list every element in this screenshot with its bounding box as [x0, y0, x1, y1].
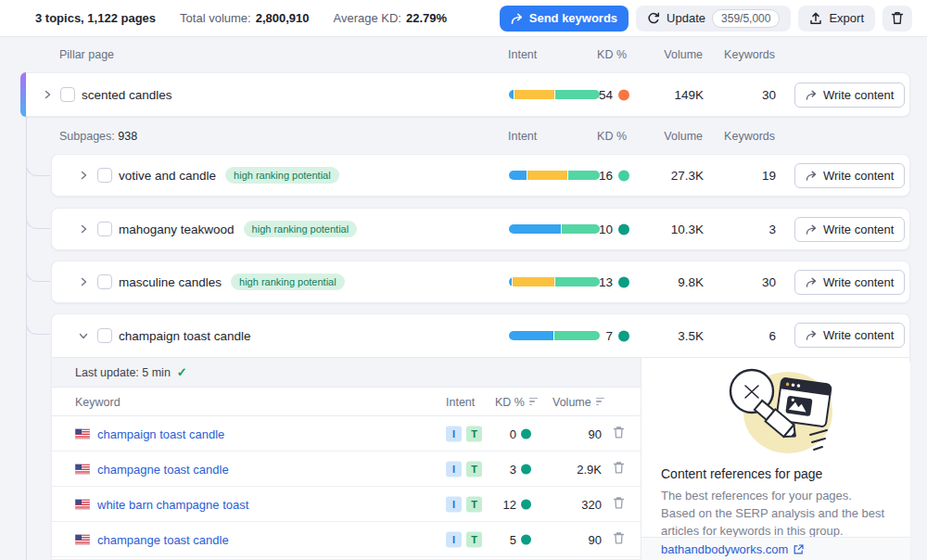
delete-keyword-button[interactable] [613, 496, 625, 512]
trash-icon [891, 11, 904, 25]
write-arrow-icon [806, 90, 817, 100]
subpage-name-wrap: masculine candleshigh ranking potential [119, 274, 345, 290]
subpage-row-expanded[interactable]: champaign toast candle 7 3.5K 6 Write co… [52, 314, 909, 358]
row-checkbox[interactable] [97, 328, 112, 343]
tree-branch [26, 207, 50, 229]
keyword-link[interactable]: white barn champagne toast [97, 497, 248, 511]
expand-chevron-icon[interactable] [79, 221, 88, 237]
kd-cell: 3 [455, 462, 531, 476]
keyword-link[interactable]: champagne toast candle [97, 462, 229, 476]
subpage-row[interactable]: votive and candlehigh ranking potential … [51, 154, 910, 197]
col-header-volume: Volume [640, 130, 703, 143]
col-header-kd: KD % [556, 130, 627, 143]
high-ranking-badge: high ranking potential [244, 221, 358, 237]
kd-value: 7 [605, 329, 613, 343]
tree-branch [26, 312, 50, 335]
references-description: The best references for your pages. Base… [661, 487, 884, 540]
kd-dot [618, 223, 629, 235]
trash-icon [613, 461, 625, 474]
row-checkbox[interactable] [97, 222, 112, 236]
high-ranking-badge: high ranking potential [225, 167, 339, 184]
delete-topics-button[interactable] [883, 6, 912, 32]
kd-value: 13 [599, 275, 613, 289]
volume-value: 90 [548, 532, 602, 546]
row-checkbox[interactable] [60, 87, 75, 102]
pillar-page-name: scented candles [82, 88, 172, 102]
subpage-name: champaign toast candle [119, 329, 251, 343]
pillar-row[interactable]: scented candles 54 149K 30 Write content [20, 72, 910, 117]
keyword-row: champaign toast candle IT 0 90 [52, 416, 641, 452]
delete-keyword-button[interactable] [613, 461, 625, 477]
keyword-link[interactable]: champange toast candle [97, 532, 229, 546]
kd-value: 5 [510, 532, 516, 546]
col-header-pillar-page: Pillar page [59, 48, 114, 61]
write-arrow-icon [806, 277, 817, 287]
row-checkbox[interactable] [97, 274, 112, 289]
collapse-chevron-icon[interactable] [79, 327, 88, 344]
expand-chevron-icon[interactable] [43, 86, 52, 103]
tree-branch [26, 154, 50, 176]
delete-keyword-button[interactable] [613, 426, 625, 441]
export-icon [809, 12, 822, 25]
subpage-name: masculine candles [119, 275, 222, 289]
tree-branch [26, 260, 50, 282]
kd-cell: 5 [455, 532, 531, 546]
export-button[interactable]: Export [798, 6, 875, 32]
external-link-icon [794, 544, 804, 554]
row-checkbox[interactable] [97, 168, 112, 183]
volume-sort-icon[interactable] [596, 398, 604, 408]
send-keywords-button[interactable]: Send keywords [500, 6, 629, 32]
summary-stats: 3 topics, 1,122 pages Total volume:2,800… [35, 11, 447, 25]
kd-cell: 10 [520, 223, 629, 236]
average-kd-stat: Average KD:22.79% [334, 11, 448, 25]
keyword-table: Keyword Intent KD % Volume champaign toa… [52, 388, 641, 557]
kd-value: 54 [599, 88, 613, 102]
trash-icon [613, 426, 625, 439]
kd-value: 16 [599, 169, 613, 183]
write-content-button[interactable]: Write content [794, 217, 905, 242]
keywords-count: 6 [715, 329, 776, 343]
kd-value: 3 [510, 462, 516, 476]
write-content-button[interactable]: Write content [794, 83, 905, 108]
refresh-icon [647, 12, 660, 25]
col-header-kd: KD % [495, 396, 538, 409]
kd-dot [521, 464, 531, 474]
col-header-intent: Intent [446, 396, 475, 409]
keyword-name-cell: champange toast candle [75, 532, 229, 546]
col-header-keywords: Keywords [714, 48, 775, 61]
volume-value: 3.5K [641, 329, 704, 343]
expand-chevron-icon[interactable] [79, 274, 88, 290]
write-content-button[interactable]: Write content [794, 270, 905, 295]
us-flag-icon [75, 534, 90, 544]
total-volume-stat: Total volume:2,800,910 [180, 11, 309, 25]
kd-cell: 54 [520, 88, 629, 102]
subpage-row[interactable]: mahogany teakwoodhigh ranking potential … [51, 208, 910, 250]
volume-value: 9.8K [641, 275, 704, 289]
keyword-link[interactable]: champaign toast candle [97, 426, 224, 440]
col-header-intent: Intent [508, 130, 537, 143]
reference-domain-link[interactable]: bathandbodyworks.com [661, 542, 788, 556]
update-button[interactable]: Update 359/5,000 [636, 6, 791, 32]
subpage-name: votive and candle [119, 169, 216, 183]
expanded-subpage-card: champaign toast candle 7 3.5K 6 Write co… [51, 313, 910, 560]
write-content-button[interactable]: Write content [794, 323, 905, 348]
write-arrow-icon [806, 330, 817, 340]
kd-cell: 13 [520, 275, 629, 289]
col-header-kd: KD % [556, 48, 627, 61]
subpage-name-wrap: mahogany teakwoodhigh ranking potential [119, 221, 357, 237]
volume-value: 320 [548, 497, 602, 511]
references-title: Content references for page [661, 466, 822, 481]
volume-value: 10.3K [641, 223, 704, 236]
kd-value: 12 [503, 497, 516, 511]
kd-sort-icon[interactable] [529, 398, 538, 408]
trash-icon [613, 496, 625, 509]
subpage-row[interactable]: masculine candleshigh ranking potential … [51, 261, 910, 303]
keyword-name-cell: champagne toast candle [75, 462, 229, 476]
kd-dot [618, 276, 629, 287]
expand-chevron-icon[interactable] [79, 167, 88, 184]
delete-keyword-button[interactable] [613, 531, 625, 547]
write-arrow-icon [806, 171, 817, 181]
kd-value: 10 [599, 223, 613, 236]
write-content-button[interactable]: Write content [794, 163, 905, 188]
keyword-row: white barn champagne toast IT 12 320 [52, 487, 641, 522]
